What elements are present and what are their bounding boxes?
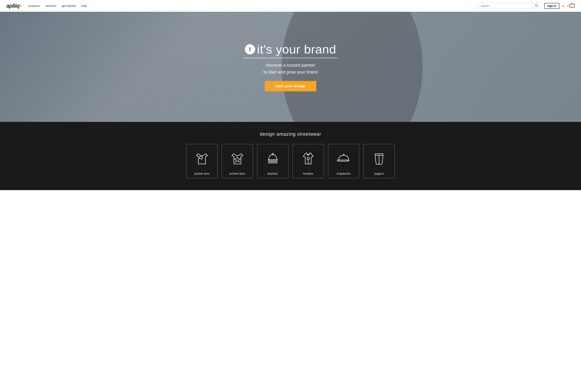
hero-exclaim-icon: !	[245, 44, 255, 54]
svg-rect-16	[375, 154, 383, 155]
search-icon	[535, 4, 538, 7]
nav-link-get-started[interactable]: get started	[62, 4, 76, 7]
hero-title: it's your brand	[257, 42, 336, 56]
svg-point-9	[272, 153, 274, 155]
products-section: design amazing streetwear pocket tees pr…	[0, 122, 581, 190]
svg-point-10	[307, 157, 310, 160]
products-grid: pocket tees printed tees	[182, 144, 399, 178]
nav-link-help[interactable]: help	[81, 4, 87, 7]
snapbacks-icon	[336, 151, 352, 167]
hero-cta-button[interactable]: start your design	[265, 81, 316, 91]
svg-point-0	[535, 4, 537, 6]
nav-link-services[interactable]: services	[46, 4, 56, 7]
product-card-beanies[interactable]: beanies	[257, 144, 288, 178]
snapbacks-label: snapbacks	[336, 172, 350, 175]
search-input[interactable]	[478, 3, 533, 9]
search-button[interactable]	[533, 2, 540, 9]
hero-title-line: ! it's your brand	[243, 42, 338, 56]
svg-line-1	[537, 6, 538, 7]
svg-rect-2	[570, 4, 574, 7]
cart-area[interactable]: 0	[567, 3, 575, 9]
hoodies-icon-wrap	[295, 148, 321, 170]
nav-links: products services get started help	[28, 4, 478, 7]
printed-tees-label: printed tees	[230, 172, 245, 175]
products-section-title: design amazing streetwear	[5, 131, 576, 137]
product-card-joggers[interactable]: joggers	[363, 144, 395, 178]
product-card-hoodies[interactable]: hoodies	[292, 144, 324, 178]
printed-tees-icon-wrap	[224, 148, 250, 170]
joggers-icon-wrap	[366, 148, 392, 170]
joggers-icon	[371, 151, 387, 167]
product-card-snapbacks[interactable]: snapbacks	[328, 144, 360, 178]
logo-dot	[20, 5, 22, 7]
product-card-printed-tees[interactable]: printed tees	[222, 144, 253, 178]
nav-actions: sign in ★ 0	[544, 3, 575, 9]
nav-link-products[interactable]: products	[28, 4, 40, 7]
beanies-label: beanies	[268, 172, 278, 175]
pocket-tees-label: pocket tees	[194, 172, 210, 175]
search-area	[478, 2, 540, 9]
snapbacks-icon-wrap	[331, 148, 357, 170]
hero-underline	[243, 58, 338, 58]
printed-tees-icon	[230, 151, 245, 167]
svg-rect-5	[200, 157, 202, 159]
hero-content: ! it's your brand discover a trusted par…	[243, 42, 338, 91]
hoodies-icon	[300, 151, 316, 167]
hero-section: ! it's your brand discover a trusted par…	[0, 12, 581, 122]
cart-icon	[570, 3, 575, 9]
beanies-icon	[265, 151, 281, 167]
hero-subtitle: discover a trusted partner to start and …	[243, 62, 338, 75]
beanies-icon-wrap	[260, 148, 286, 170]
product-card-pocket-tees[interactable]: pocket tees	[186, 144, 218, 178]
logo-text: apliiq	[6, 3, 20, 9]
navbar: apliiq products services get started hel…	[0, 0, 581, 12]
sign-in-button[interactable]: sign in	[544, 3, 559, 9]
wishlist-icon[interactable]: ★	[562, 4, 565, 8]
pocket-tees-icon-wrap	[189, 148, 215, 170]
cart-count: 0	[567, 4, 569, 7]
pocket-tees-icon	[194, 151, 210, 167]
hoodies-label: hoodies	[303, 172, 314, 175]
logo[interactable]: apliiq	[6, 3, 22, 9]
joggers-label: joggers	[374, 172, 384, 175]
svg-marker-6	[234, 157, 240, 162]
